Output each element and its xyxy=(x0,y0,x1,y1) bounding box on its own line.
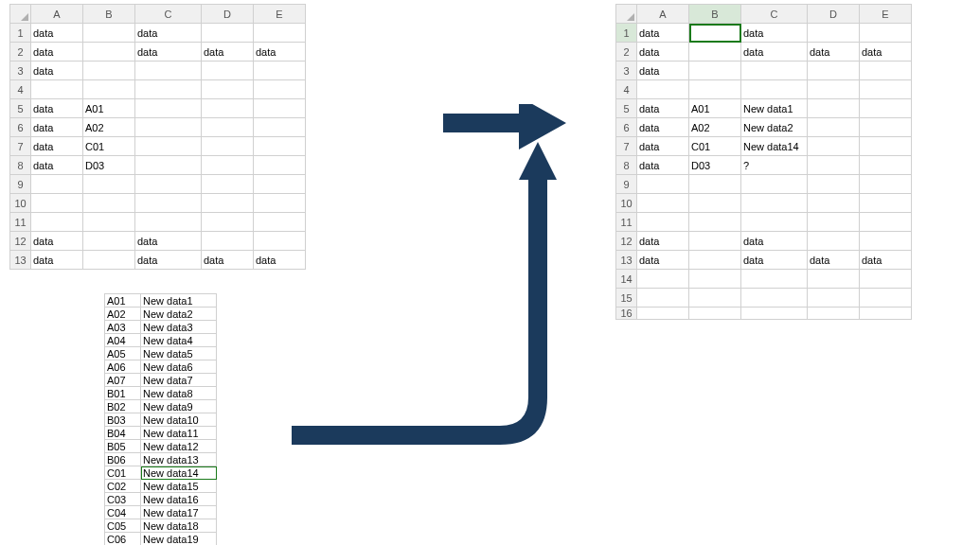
cell[interactable] xyxy=(808,80,860,99)
cell[interactable]: data xyxy=(637,43,689,62)
lookup-value[interactable]: New data13 xyxy=(141,453,217,466)
cell[interactable]: data xyxy=(741,43,808,62)
cell[interactable] xyxy=(741,175,808,194)
cell[interactable] xyxy=(689,213,741,232)
cell[interactable] xyxy=(741,289,808,308)
cell[interactable]: data xyxy=(31,43,83,62)
cell[interactable] xyxy=(860,194,912,213)
col-header-D[interactable]: D xyxy=(808,5,860,24)
lookup-value[interactable]: New data11 xyxy=(141,427,217,440)
cell[interactable]: data xyxy=(637,251,689,270)
cell[interactable]: data xyxy=(135,232,202,251)
lookup-value[interactable]: New data2 xyxy=(141,308,217,321)
cell[interactable] xyxy=(83,175,135,194)
lookup-value[interactable]: New data4 xyxy=(141,334,217,347)
cell[interactable]: data xyxy=(31,99,83,118)
cell[interactable] xyxy=(31,194,83,213)
cell[interactable] xyxy=(808,24,860,43)
cell[interactable] xyxy=(202,62,254,80)
lookup-value[interactable]: New data17 xyxy=(141,506,217,519)
cell[interactable] xyxy=(860,156,912,175)
lookup-value[interactable]: New data10 xyxy=(141,413,217,427)
cell[interactable]: data xyxy=(135,251,202,270)
cell[interactable] xyxy=(83,80,135,99)
cell[interactable] xyxy=(689,194,741,213)
lookup-key[interactable]: B01 xyxy=(105,387,141,400)
row-header[interactable]: 7 xyxy=(10,137,31,156)
lookup-value[interactable]: New data1 xyxy=(141,294,217,308)
cell[interactable]: C01 xyxy=(689,137,741,156)
cell[interactable] xyxy=(254,24,306,43)
cell[interactable]: A02 xyxy=(83,118,135,137)
row-header[interactable]: 13 xyxy=(616,251,637,270)
cell[interactable]: data xyxy=(637,156,689,175)
lookup-value[interactable]: New data8 xyxy=(141,387,217,400)
cell[interactable] xyxy=(741,308,808,320)
cell[interactable]: data xyxy=(860,43,912,62)
row-header[interactable]: 14 xyxy=(616,270,637,289)
lookup-key[interactable]: A07 xyxy=(105,374,141,387)
row-header[interactable]: 10 xyxy=(10,194,31,213)
cell[interactable] xyxy=(689,251,741,270)
cell[interactable] xyxy=(254,62,306,80)
cell[interactable]: data xyxy=(31,24,83,43)
row-header[interactable]: 12 xyxy=(10,232,31,251)
row-header[interactable]: 3 xyxy=(616,62,637,80)
cell[interactable]: data xyxy=(808,43,860,62)
cell[interactable] xyxy=(689,80,741,99)
cell[interactable]: New data2 xyxy=(741,118,808,137)
row-header[interactable]: 16 xyxy=(616,308,637,320)
cell[interactable]: D03 xyxy=(83,156,135,175)
cell[interactable] xyxy=(860,175,912,194)
cell[interactable]: ? xyxy=(741,156,808,175)
col-header-C[interactable]: C xyxy=(135,5,202,24)
cell[interactable] xyxy=(808,137,860,156)
lookup-key[interactable]: B02 xyxy=(105,400,141,413)
cell[interactable]: New data14 xyxy=(741,137,808,156)
cell[interactable] xyxy=(741,270,808,289)
cell[interactable] xyxy=(135,175,202,194)
cell[interactable] xyxy=(135,156,202,175)
cell[interactable] xyxy=(860,24,912,43)
cell[interactable] xyxy=(741,62,808,80)
col-header-A[interactable]: A xyxy=(31,5,83,24)
cell[interactable] xyxy=(689,43,741,62)
cell[interactable] xyxy=(31,175,83,194)
cell[interactable]: data xyxy=(741,232,808,251)
cell[interactable] xyxy=(83,24,135,43)
cell[interactable] xyxy=(135,137,202,156)
lookup-key[interactable]: A02 xyxy=(105,308,141,321)
select-all-corner[interactable] xyxy=(616,5,637,24)
cell[interactable]: A01 xyxy=(83,99,135,118)
row-header[interactable]: 4 xyxy=(616,80,637,99)
row-header[interactable]: 5 xyxy=(10,99,31,118)
row-header[interactable]: 8 xyxy=(616,156,637,175)
cell[interactable]: data xyxy=(31,156,83,175)
lookup-value[interactable]: New data18 xyxy=(141,519,217,533)
cell[interactable] xyxy=(808,62,860,80)
cell[interactable]: data xyxy=(135,24,202,43)
lookup-value[interactable]: New data6 xyxy=(141,360,217,374)
cell[interactable] xyxy=(808,308,860,320)
lookup-value[interactable]: New data5 xyxy=(141,347,217,360)
col-header-D[interactable]: D xyxy=(202,5,254,24)
cell[interactable]: data xyxy=(741,251,808,270)
cell[interactable]: A01 xyxy=(689,99,741,118)
cell[interactable]: data xyxy=(31,232,83,251)
cell[interactable]: data xyxy=(637,99,689,118)
lookup-key[interactable]: B06 xyxy=(105,453,141,466)
row-header[interactable]: 5 xyxy=(616,99,637,118)
cell[interactable]: data xyxy=(254,43,306,62)
cell[interactable]: data xyxy=(637,137,689,156)
lookup-value[interactable]: New data19 xyxy=(141,533,217,546)
row-header[interactable]: 15 xyxy=(616,289,637,308)
cell[interactable]: data xyxy=(31,251,83,270)
lookup-value[interactable]: New data14 xyxy=(141,466,217,480)
lookup-key[interactable]: A04 xyxy=(105,334,141,347)
cell[interactable] xyxy=(689,289,741,308)
row-header[interactable]: 8 xyxy=(10,156,31,175)
cell[interactable] xyxy=(637,308,689,320)
row-header[interactable]: 9 xyxy=(10,175,31,194)
cell[interactable] xyxy=(860,80,912,99)
cell[interactable] xyxy=(135,99,202,118)
